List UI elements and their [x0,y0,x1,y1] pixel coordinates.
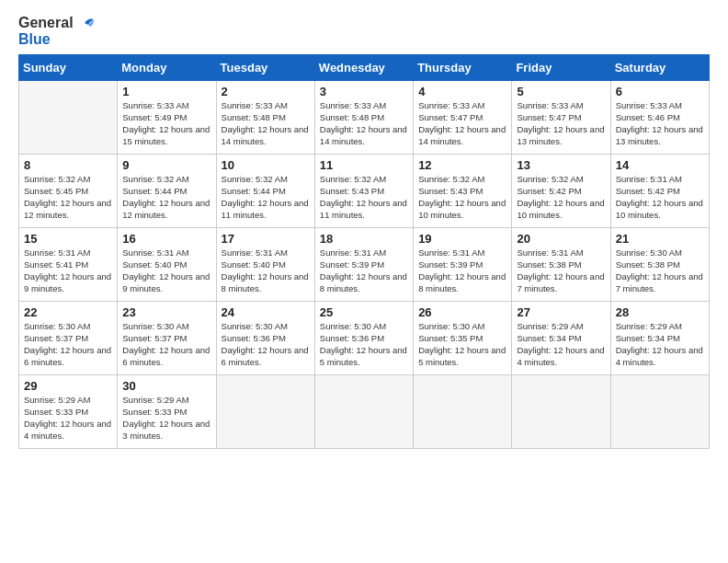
logo-bird-icon [75,16,94,30]
weekday-header-friday: Friday [512,55,610,81]
day-number: 9 [122,158,210,172]
calendar-day-24: 24Sunrise: 5:30 AMSunset: 5:36 PMDayligh… [216,302,314,375]
day-details: Sunrise: 5:29 AMSunset: 5:33 PMDaylight:… [122,395,210,442]
day-number: 1 [122,85,210,98]
day-number: 26 [418,305,506,319]
day-number: 8 [24,158,112,172]
day-number: 29 [24,379,112,393]
calendar-day-29: 29Sunrise: 5:29 AMSunset: 5:33 PMDayligh… [19,375,118,449]
day-number: 25 [320,305,408,319]
day-number: 24 [222,305,310,319]
calendar-table: SundayMondayTuesdayWednesdayThursdayFrid… [18,54,710,449]
calendar-cell [314,375,413,449]
day-number: 10 [222,158,310,172]
day-details: Sunrise: 5:33 AMSunset: 5:47 PMDaylight:… [418,100,506,147]
day-details: Sunrise: 5:33 AMSunset: 5:47 PMDaylight:… [517,100,605,147]
calendar-day-26: 26Sunrise: 5:30 AMSunset: 5:35 PMDayligh… [414,302,512,375]
weekday-header-monday: Monday [118,55,216,81]
calendar-day-19: 19Sunrise: 5:31 AMSunset: 5:39 PMDayligh… [414,228,512,302]
day-number: 12 [418,158,506,172]
day-details: Sunrise: 5:32 AMSunset: 5:43 PMDaylight:… [320,174,408,221]
calendar-day-20: 20Sunrise: 5:31 AMSunset: 5:38 PMDayligh… [512,228,610,302]
calendar-day-3: 3Sunrise: 5:33 AMSunset: 5:48 PMDaylight… [314,81,413,155]
calendar-day-30: 30Sunrise: 5:29 AMSunset: 5:33 PMDayligh… [118,375,216,449]
day-number: 2 [222,85,310,98]
day-details: Sunrise: 5:30 AMSunset: 5:37 PMDaylight:… [24,321,112,368]
calendar-day-4: 4Sunrise: 5:33 AMSunset: 5:47 PMDaylight… [414,81,512,155]
day-details: Sunrise: 5:30 AMSunset: 5:36 PMDaylight:… [320,321,408,368]
day-details: Sunrise: 5:29 AMSunset: 5:33 PMDaylight:… [24,395,112,442]
logo: General Blue [18,15,94,47]
calendar-day-6: 6Sunrise: 5:33 AMSunset: 5:46 PMDaylight… [610,81,709,155]
day-details: Sunrise: 5:31 AMSunset: 5:39 PMDaylight:… [320,247,408,294]
calendar-day-1: 1Sunrise: 5:33 AMSunset: 5:49 PMDaylight… [118,81,216,155]
calendar-day-27: 27Sunrise: 5:29 AMSunset: 5:34 PMDayligh… [512,302,610,375]
calendar-day-14: 14Sunrise: 5:31 AMSunset: 5:42 PMDayligh… [610,155,709,228]
weekday-header-saturday: Saturday [610,55,709,81]
day-number: 13 [517,158,605,172]
day-number: 27 [517,305,605,319]
day-number: 23 [122,305,210,319]
calendar-day-22: 22Sunrise: 5:30 AMSunset: 5:37 PMDayligh… [19,302,118,375]
day-number: 3 [320,85,408,98]
calendar-cell [19,81,118,155]
day-details: Sunrise: 5:32 AMSunset: 5:44 PMDaylight:… [122,174,210,221]
calendar-cell [414,375,512,449]
calendar-day-9: 9Sunrise: 5:32 AMSunset: 5:44 PMDaylight… [118,155,216,228]
calendar-day-18: 18Sunrise: 5:31 AMSunset: 5:39 PMDayligh… [314,228,413,302]
calendar-day-21: 21Sunrise: 5:30 AMSunset: 5:38 PMDayligh… [610,228,709,302]
day-number: 18 [320,232,408,246]
day-details: Sunrise: 5:31 AMSunset: 5:42 PMDaylight:… [616,174,704,221]
weekday-header-sunday: Sunday [19,55,118,81]
day-details: Sunrise: 5:33 AMSunset: 5:48 PMDaylight:… [222,100,310,147]
day-details: Sunrise: 5:33 AMSunset: 5:46 PMDaylight:… [616,100,704,147]
calendar-day-8: 8Sunrise: 5:32 AMSunset: 5:45 PMDaylight… [19,155,118,228]
day-details: Sunrise: 5:31 AMSunset: 5:38 PMDaylight:… [517,247,605,294]
day-details: Sunrise: 5:32 AMSunset: 5:44 PMDaylight:… [222,174,310,221]
day-details: Sunrise: 5:30 AMSunset: 5:35 PMDaylight:… [418,321,506,368]
day-number: 30 [122,379,210,393]
day-details: Sunrise: 5:30 AMSunset: 5:36 PMDaylight:… [222,321,310,368]
day-number: 17 [222,232,310,246]
day-number: 11 [320,158,408,172]
day-number: 5 [517,85,605,98]
calendar-cell [512,375,610,449]
day-details: Sunrise: 5:30 AMSunset: 5:37 PMDaylight:… [122,321,210,368]
calendar-cell [610,375,709,449]
day-details: Sunrise: 5:29 AMSunset: 5:34 PMDaylight:… [616,321,704,368]
calendar-cell [216,375,314,449]
day-number: 19 [418,232,506,246]
calendar-day-25: 25Sunrise: 5:30 AMSunset: 5:36 PMDayligh… [314,302,413,375]
weekday-header-thursday: Thursday [414,55,512,81]
day-number: 28 [616,305,704,319]
calendar-day-16: 16Sunrise: 5:31 AMSunset: 5:40 PMDayligh… [118,228,216,302]
day-number: 15 [24,232,112,246]
calendar-day-15: 15Sunrise: 5:31 AMSunset: 5:41 PMDayligh… [19,228,118,302]
day-number: 22 [24,305,112,319]
day-details: Sunrise: 5:32 AMSunset: 5:42 PMDaylight:… [517,174,605,221]
day-details: Sunrise: 5:31 AMSunset: 5:39 PMDaylight:… [418,247,506,294]
calendar-day-17: 17Sunrise: 5:31 AMSunset: 5:40 PMDayligh… [216,228,314,302]
day-details: Sunrise: 5:33 AMSunset: 5:48 PMDaylight:… [320,100,408,147]
day-details: Sunrise: 5:30 AMSunset: 5:38 PMDaylight:… [616,247,704,294]
day-number: 16 [122,232,210,246]
calendar-day-11: 11Sunrise: 5:32 AMSunset: 5:43 PMDayligh… [314,155,413,228]
day-details: Sunrise: 5:29 AMSunset: 5:34 PMDaylight:… [517,321,605,368]
calendar-day-10: 10Sunrise: 5:32 AMSunset: 5:44 PMDayligh… [216,155,314,228]
calendar-day-2: 2Sunrise: 5:33 AMSunset: 5:48 PMDaylight… [216,81,314,155]
day-details: Sunrise: 5:32 AMSunset: 5:45 PMDaylight:… [24,174,112,221]
calendar-day-5: 5Sunrise: 5:33 AMSunset: 5:47 PMDaylight… [512,81,610,155]
day-number: 14 [616,158,704,172]
weekday-header-tuesday: Tuesday [216,55,314,81]
weekday-header-wednesday: Wednesday [314,55,413,81]
calendar-day-13: 13Sunrise: 5:32 AMSunset: 5:42 PMDayligh… [512,155,610,228]
day-details: Sunrise: 5:32 AMSunset: 5:43 PMDaylight:… [418,174,506,221]
calendar-day-28: 28Sunrise: 5:29 AMSunset: 5:34 PMDayligh… [610,302,709,375]
day-details: Sunrise: 5:31 AMSunset: 5:40 PMDaylight:… [222,247,310,294]
day-number: 21 [616,232,704,246]
logo-blue: Blue [18,31,94,48]
day-details: Sunrise: 5:31 AMSunset: 5:40 PMDaylight:… [122,247,210,294]
day-details: Sunrise: 5:31 AMSunset: 5:41 PMDaylight:… [24,247,112,294]
logo-general: General [18,15,74,31]
calendar-day-12: 12Sunrise: 5:32 AMSunset: 5:43 PMDayligh… [414,155,512,228]
